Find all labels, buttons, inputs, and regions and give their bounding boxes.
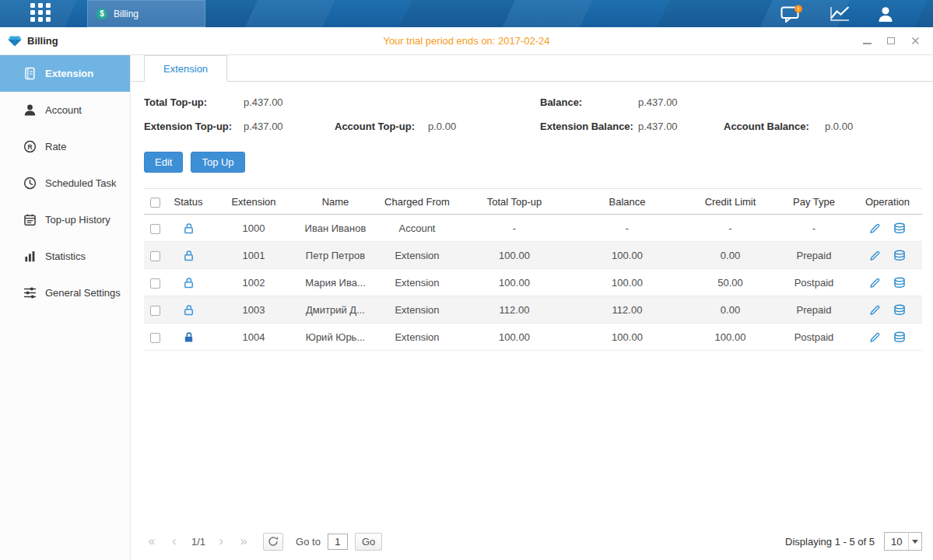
status-lock-icon[interactable] [183, 277, 195, 289]
tabstrip: Extension [131, 55, 933, 82]
resource-monitor-icon[interactable] [830, 5, 851, 22]
row-checkbox[interactable] [150, 306, 160, 316]
rate-icon: R [23, 140, 37, 153]
cell-total-topup: - [460, 215, 569, 242]
sidebar-item-topup-history[interactable]: Top-up History [0, 201, 130, 238]
cell-credit-limit: 0.00 [686, 296, 775, 324]
extension-topup-value: p.437.00 [244, 121, 283, 132]
taskbar-tab-label: Billing [114, 9, 139, 19]
page-info: 1/1 [191, 536, 205, 548]
cell-credit-limit: - [686, 215, 775, 242]
sidebar-item-scheduled-task[interactable]: Scheduled Task [0, 165, 130, 201]
sidebar-item-general-settings[interactable]: General Settings [0, 275, 130, 311]
cell-balance: 112.00 [569, 296, 686, 324]
cell-pay-type: Prepaid [775, 242, 853, 269]
select-all-checkbox[interactable] [150, 198, 160, 208]
prev-page-button[interactable]: ‹ [167, 532, 182, 551]
cell-charged-from: Extension [374, 242, 460, 269]
col-charged-from: Charged From [374, 189, 460, 215]
row-topup-icon[interactable] [893, 277, 906, 289]
window-title: Billing [27, 35, 58, 47]
status-lock-icon[interactable] [183, 331, 195, 343]
row-topup-icon[interactable] [893, 304, 906, 316]
cell-balance: 100.00 [569, 324, 686, 351]
col-pay-type: Pay Type [775, 189, 853, 215]
displaying-info: Displaying 1 - 5 of 5 [785, 536, 875, 548]
edit-row-icon[interactable] [869, 331, 881, 343]
sidebar-item-label: Statistics [45, 250, 86, 262]
row-checkbox[interactable] [150, 333, 160, 343]
messages-icon[interactable]: ! [780, 5, 803, 23]
cell-credit-limit: 50.00 [686, 269, 775, 296]
sidebar-item-statistics[interactable]: Statistics [0, 238, 130, 275]
col-extension: Extension [211, 189, 296, 215]
cell-pay-type: Postpaid [775, 324, 853, 351]
row-checkbox[interactable] [150, 251, 160, 261]
last-page-button[interactable]: » [236, 532, 251, 551]
user-account-icon[interactable] [877, 5, 894, 23]
account-topup-label: Account Top-up: [335, 121, 415, 132]
edit-row-icon[interactable] [869, 304, 881, 316]
sidebar-item-rate[interactable]: R Rate [0, 128, 130, 165]
svg-text:$: $ [100, 9, 104, 18]
cell-balance: - [569, 215, 686, 242]
cell-charged-from: Extension [374, 296, 460, 324]
cell-total-topup: 112.00 [460, 296, 569, 324]
cell-charged-from: Account [374, 215, 460, 242]
row-topup-icon[interactable] [893, 222, 906, 234]
extension-balance-value: p.437.00 [638, 121, 678, 132]
table-row: 1004 Юрий Юрь... Extension 100.00 100.00… [144, 324, 922, 351]
row-topup-icon[interactable] [893, 250, 906, 261]
col-total-topup: Total Top-up [460, 189, 569, 215]
sidebar-item-extension[interactable]: Extension [0, 55, 130, 92]
edit-row-icon[interactable] [869, 250, 881, 261]
row-checkbox[interactable] [150, 224, 160, 234]
status-lock-icon[interactable] [183, 222, 195, 234]
cell-name: Юрий Юрь... [296, 324, 374, 351]
svg-text:!: ! [798, 5, 800, 12]
edit-button[interactable]: Edit [144, 152, 183, 173]
extension-balance-label: Extension Balance: [540, 121, 633, 132]
account-topup-value: p.0.00 [428, 121, 456, 132]
status-lock-icon[interactable] [183, 304, 195, 316]
top-up-button[interactable]: Top Up [191, 152, 244, 173]
tab-extension[interactable]: Extension [144, 55, 227, 82]
edit-row-icon[interactable] [869, 222, 881, 234]
summary-row-1: Total Top-up: p.437.00 Balance: p.437.00 [144, 91, 922, 115]
window-controls [861, 36, 921, 47]
col-balance: Balance [569, 189, 686, 215]
page-size-select[interactable]: 10 [884, 532, 922, 551]
goto-page-input[interactable] [328, 534, 348, 550]
row-checkbox[interactable] [150, 278, 160, 289]
sidebar: Extension Account R Rate [0, 55, 131, 560]
go-button[interactable]: Go [355, 533, 382, 551]
sidebar-item-account[interactable]: Account [0, 92, 130, 128]
cell-charged-from: Extension [374, 324, 460, 351]
next-page-button[interactable]: › [213, 532, 229, 551]
refresh-button[interactable] [263, 533, 283, 551]
extension-icon [23, 67, 37, 80]
desktop-topbar: $ Billing ! [0, 0, 933, 27]
cell-extension: 1000 [211, 215, 296, 242]
edit-row-icon[interactable] [869, 277, 881, 289]
maximize-button[interactable] [886, 36, 896, 47]
topbar-right-icons: ! [780, 5, 894, 23]
taskbar-billing-tab[interactable]: $ Billing [87, 0, 205, 27]
col-credit-limit: Credit Limit [686, 189, 775, 215]
first-page-button[interactable]: « [144, 532, 160, 551]
apps-grid-icon[interactable] [30, 2, 51, 26]
account-balance-value: p.0.00 [825, 121, 853, 132]
col-status: Status [166, 189, 211, 215]
cell-total-topup: 100.00 [460, 324, 569, 351]
close-button[interactable] [910, 36, 921, 47]
status-lock-icon[interactable] [183, 250, 195, 261]
row-topup-icon[interactable] [893, 331, 906, 343]
cell-name: Иван Иванов [296, 215, 374, 242]
minimize-button[interactable] [861, 36, 872, 47]
summary-row-2: Extension Top-up: p.437.00 Account Top-u… [144, 115, 922, 139]
cell-name: Мария Ива... [296, 269, 374, 296]
window-title-group: Billing [8, 35, 58, 47]
bar-chart-icon [23, 250, 37, 263]
cell-extension: 1003 [211, 296, 296, 324]
cell-balance: 100.00 [569, 242, 686, 269]
